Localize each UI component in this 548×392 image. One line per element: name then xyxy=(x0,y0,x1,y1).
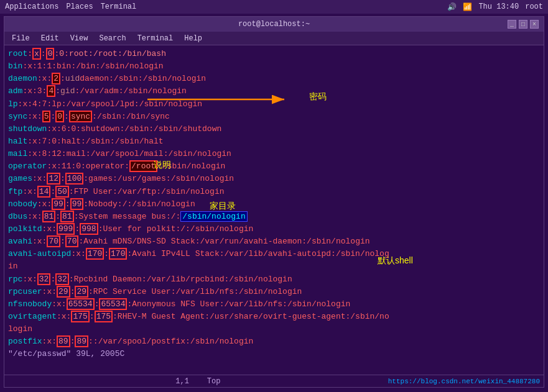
close-button[interactable]: × xyxy=(530,20,539,29)
clock: Thu 13:40 xyxy=(478,2,519,11)
terminal-window: root@localhost:~ _ □ × File Edit View Se… xyxy=(4,16,544,388)
line-dbus: dbus:x:81:81:System message bus:/:/sbin/… xyxy=(8,211,540,223)
line-daemon: daemon:x:2:uiddaemon:/sbin:/sbin/nologin xyxy=(8,73,540,85)
system-bar-right: 🔊 📶 Thu 13:40 root xyxy=(447,2,543,12)
line-adm: adm:x:3:4:gid:/var/adm:/sbin/nologin xyxy=(8,85,540,98)
terminal-content[interactable]: 密码 说明 家目录 默认shell root:x:0:0:root:/root:… xyxy=(4,45,544,375)
line-rpcuser: rpcuser:x:29:29:RPC Service User:/var/li… xyxy=(8,286,540,298)
terminal-controls[interactable]: _ □ × xyxy=(508,20,539,29)
line-lp: lp:x:4:7:lp:/var/spool/lpd:/sbin/nologin xyxy=(8,98,540,111)
line-avahi: avahi:x:70:70:Avahi mDNS/DNS-SD Stack:/v… xyxy=(8,235,540,248)
line-postfix: postfix:x:89:89::/var/spool/postfix:/sbi… xyxy=(8,335,540,348)
line-avahi-autoipd-cont: in xyxy=(8,260,540,273)
line-operator: operator:x:11:0:operator:/root:/sbin/nol… xyxy=(8,160,540,173)
line-passwd-info: "/etc/passwd" 39L, 2005C xyxy=(8,348,540,360)
system-bar-left: Applications Places Terminal xyxy=(5,2,136,11)
maximize-button[interactable]: □ xyxy=(519,20,527,29)
places-menu[interactable]: Places xyxy=(66,2,93,11)
menu-edit[interactable]: Edit xyxy=(36,33,64,44)
volume-icon: 🔊 xyxy=(447,2,457,12)
line-ovirtagent-cont: login xyxy=(8,323,540,335)
status-position: 1,1 Top xyxy=(175,377,220,386)
terminal-menu[interactable]: Terminal xyxy=(101,2,137,11)
menu-file[interactable]: File xyxy=(7,33,35,44)
terminal-title: root@localhost:~ xyxy=(40,20,508,29)
line-games: games:x:12:100:games:/usr/games:/sbin/no… xyxy=(8,173,540,185)
menu-bar: File Edit View Search Terminal Help xyxy=(4,32,544,45)
line-mail: mail:x:8:12:mail:/var/spool/mail:/sbin/n… xyxy=(8,148,540,160)
applications-menu[interactable]: Applications xyxy=(5,2,58,11)
line-shutdown: shutdown:x:6:0:shutdown:/sbin:/sbin/shut… xyxy=(8,123,540,135)
line-rpc: rpc:x:32:32:Rpcbind Daemon:/var/lib/rpcb… xyxy=(8,273,540,286)
line-root: root:x:0:0:root:/root:/bin/bash xyxy=(8,48,540,60)
line-avahi-autoipd: avahi-autoipd:x:170:170:Avahi IPv4LL Sta… xyxy=(8,248,540,260)
line-polkitd: polkitd:x:999:998:User for polkit:/:/sbi… xyxy=(8,223,540,235)
user-label: root xyxy=(525,2,543,11)
menu-help[interactable]: Help xyxy=(179,33,207,44)
menu-view[interactable]: View xyxy=(65,33,93,44)
system-bar: Applications Places Terminal 🔊 📶 Thu 13:… xyxy=(0,0,548,14)
menu-terminal[interactable]: Terminal xyxy=(132,33,179,44)
menu-search[interactable]: Search xyxy=(94,33,131,44)
status-url: https://blog.csdn.net/weixin_44887280 xyxy=(388,378,540,385)
terminal-titlebar: root@localhost:~ _ □ × xyxy=(4,17,544,32)
line-bin: bin:x:1:1:bin:/bin:/sbin/nologin xyxy=(8,60,540,73)
network-icon: 📶 xyxy=(463,2,472,12)
line-ftp: ftp:x:14:50:FTP User:/var/ftp:/sbin/nolo… xyxy=(8,186,540,198)
status-bar: 1,1 Top https://blog.csdn.net/weixin_448… xyxy=(4,375,544,387)
line-sync: sync:x:5:0:sync:/sbin:/bin/sync xyxy=(8,111,540,123)
line-nobody: nobody:x:99:99:Nobody:/:/sbin/nologin xyxy=(8,198,540,211)
minimize-button[interactable]: _ xyxy=(508,20,516,29)
line-halt: halt:x:7:0:halt:/sbin:/sbin/halt xyxy=(8,135,540,148)
line-nfsnobody: nfsnobody:x:65534:65534:Anonymous NFS Us… xyxy=(8,298,540,311)
line-ovirtagent: ovirtagent:x:175:175:RHEV-M Guest Agent:… xyxy=(8,311,540,323)
